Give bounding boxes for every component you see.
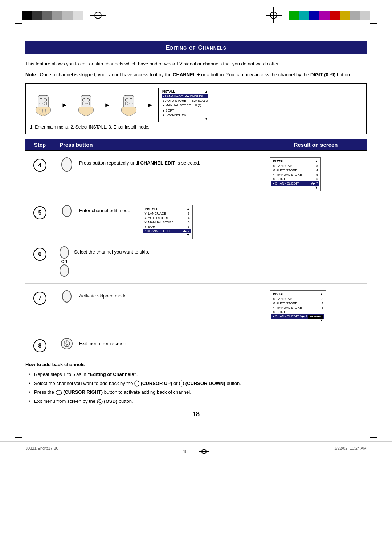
step-row-6: 6 OR Select the channel you want to skip… — [25, 243, 256, 283]
page-title: Editing of Channels — [25, 41, 367, 54]
color-strip-left — [22, 7, 106, 23]
step-desc-5: Enter channel edit mode. — [79, 205, 132, 214]
step-row-56: 5 Enter channel edit mode. INSTALL▲ ¥ LA… — [25, 198, 367, 284]
setup-diagram-box: ► + ► — [25, 83, 367, 134]
col-press-header: Press button — [54, 139, 265, 150]
bullet-2: Select the channel you want to add back … — [29, 380, 367, 388]
step-num-5: 5 — [25, 203, 54, 219]
install-menu-7: INSTALL▲ ¥ LANGUAGE3 ¥ AUTO STORE4 ¥ MAN… — [270, 290, 326, 324]
page-corners-top — [0, 23, 392, 31]
col-result-header: Result on screen — [265, 139, 367, 150]
button-icon-4 — [60, 157, 74, 172]
swatch-white — [73, 11, 83, 20]
bullet-3: Press the (CURSOR RIGHT) button to activ… — [29, 389, 367, 396]
crosshair-right — [266, 7, 282, 23]
bullet-1: Repeat steps 1 to 5 as in "Editing of Ch… — [29, 371, 367, 378]
how-to-bullets: Repeat steps 1 to 5 as in "Editing of Ch… — [25, 371, 367, 405]
arrow-3: ► — [147, 101, 154, 109]
swatch-black — [22, 11, 32, 20]
step-press-4: Press button repeatedly until CHANNEL ED… — [54, 156, 265, 173]
step-num-4: 4 — [25, 156, 54, 172]
setup-caption: 1. Enter main menu. 2. Select INSTALL. 3… — [30, 125, 362, 130]
button-icon-8 — [60, 338, 74, 349]
install-menu-4: INSTALL▲ ¥ LANGUAGE3 ¥ AUTO STORE4 ¥ MAN… — [270, 157, 321, 191]
step-row-4: 4 Press button repeatedly until CHANNEL … — [25, 151, 367, 198]
swatch-yellow — [340, 11, 350, 20]
swatch-lgray2 — [350, 11, 360, 20]
intro-paragraph: This feature allows you to edit or skip … — [25, 60, 367, 68]
note-paragraph: Note : Once a channel is skipped, you ca… — [25, 71, 367, 78]
button-icon-5 — [60, 205, 74, 217]
oval-button-4 — [61, 157, 72, 172]
step-result-6 — [154, 245, 256, 248]
col-step-header: Step — [25, 139, 54, 150]
step-result-7: INSTALL▲ ¥ LANGUAGE3 ¥ AUTO STORE4 ¥ MAN… — [265, 289, 367, 326]
swatch-red — [330, 11, 340, 20]
svg-text:+: + — [87, 102, 89, 105]
install-menu-5: INSTALL▲ ¥ LANGUAGE3 ¥ AUTO STORE4 ¥ MAN… — [142, 205, 193, 239]
swatch-green — [289, 11, 299, 20]
swatch-magenta — [319, 11, 330, 20]
install-menu-setup: INSTALL ▲ • LANGUAGE ¥▶ ENGLISH ¥ AUTO S… — [158, 88, 211, 122]
step-desc-8: Exit menu from screen. — [79, 338, 260, 347]
svg-point-27 — [56, 390, 62, 395]
button-icon-7 — [60, 290, 74, 303]
bullet-4: Exit menu from screen by the (OSD) butto… — [29, 398, 367, 405]
svg-point-25 — [135, 381, 139, 386]
swatch-lgray — [62, 11, 73, 20]
step-result-5: INSTALL▲ ¥ LANGUAGE3 ¥ AUTO STORE4 ¥ MAN… — [137, 203, 238, 240]
step-row-8: 8 Exit menu from screen. — [25, 331, 367, 357]
step-row-5: 5 Enter channel edit mode. INSTALL▲ ¥ LA… — [25, 198, 238, 243]
hand-remote-2: + — [73, 93, 99, 117]
button-pair-6: OR — [60, 246, 69, 277]
top-color-bar-section — [0, 0, 392, 27]
step-press-6: OR Select the channel you want to skip. — [54, 245, 154, 278]
footer-crosshair — [199, 446, 209, 457]
step-result-8 — [265, 336, 367, 339]
corner-tr — [370, 23, 377, 31]
step-press-7: Activate skipped mode. — [54, 289, 265, 304]
page-number: 18 — [25, 410, 367, 418]
footer-left: 30321/Eng/p17-20 — [25, 446, 58, 457]
svg-point-20 — [66, 343, 68, 345]
oval-button-6a — [60, 246, 69, 259]
osd-button-8 — [61, 338, 73, 349]
setup-diagram-inner: ► + ► — [30, 88, 362, 130]
step-num-8: 8 — [25, 336, 54, 352]
swatch-lgray3 — [360, 11, 370, 20]
footer-right: 3/22/02, 10:24 AM — [334, 446, 367, 457]
page-corners-bottom — [0, 430, 392, 438]
step-desc-6: Select the channel you want to skip. — [74, 246, 149, 256]
steps-header: Step Press button Result on screen — [25, 139, 367, 151]
crosshair-left — [90, 7, 106, 23]
step-press-8: Exit menu from screen. — [54, 336, 265, 351]
svg-point-29 — [99, 401, 101, 403]
step-press-5: Enter channel edit mode. — [54, 203, 137, 219]
hand-remote-3 — [116, 93, 142, 117]
setup-steps-diagram: ► + ► — [30, 88, 362, 122]
swatch-dark — [32, 11, 42, 20]
oval-button-7 — [62, 290, 72, 303]
step-result-4: INSTALL▲ ¥ LANGUAGE3 ¥ AUTO STORE4 ¥ MAN… — [265, 156, 367, 193]
step-row-7: 7 Activate skipped mode. INSTALL▲ ¥ LANG… — [25, 284, 367, 331]
how-to-section: How to add back channels Repeat steps 1 … — [25, 361, 367, 405]
corner-tl — [15, 23, 22, 31]
hand-remote-1 — [30, 93, 56, 117]
arrow-1: ► — [61, 101, 68, 109]
step-num-7: 7 — [25, 289, 54, 305]
corner-br — [370, 430, 377, 438]
swatch-gray — [52, 11, 62, 20]
swatch-cyan — [299, 11, 309, 20]
main-content: Editing of Channels This feature allows … — [0, 34, 392, 430]
oval-button-6b — [60, 264, 69, 277]
oval-button-5 — [62, 205, 72, 217]
swatch-blue — [309, 11, 319, 20]
svg-point-26 — [179, 381, 184, 386]
step-desc-4: Press button repeatedly until CHANNEL ED… — [79, 157, 260, 167]
arrow-2: ► — [104, 101, 111, 109]
footer: 30321/Eng/p17-20 18 3/22/02, 10:24 AM — [0, 441, 392, 461]
step-num-6: 6 — [25, 245, 54, 261]
footer-center: 18 — [183, 449, 187, 454]
step-desc-7: Activate skipped mode. — [79, 290, 260, 300]
corner-bl — [15, 430, 22, 438]
